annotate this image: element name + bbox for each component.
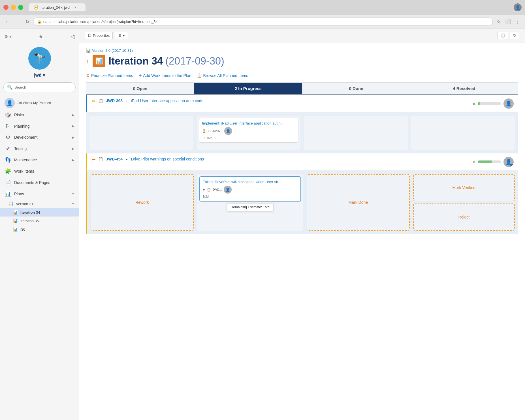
project-name[interactable]: jwd ▾ [34,72,45,78]
sidebar-collapse-button[interactable]: ◁ [71,33,74,40]
wi-progress-393 [478,102,501,105]
gear-button[interactable]: ⚙ ▾ [5,34,11,39]
wi-right-454: 1d 👤 2 [471,157,514,167]
main-content: ☑ Properties ⚙ ▾ 🕐 ↻ 📊 Version 2.0 (2017… [79,29,525,420]
sidebar-item-development-label: Development [14,135,38,140]
mark-verified-label: Mark Verified [452,185,475,190]
browse-all-link[interactable]: 📋 Browse All Planned Items [197,73,248,78]
kanban-area-1: Implement: iPad User Interface applicati… [86,112,518,153]
prioritize-link[interactable]: ⚙ Prioritize Planned Items [86,73,133,78]
mark-verified-drop-zone[interactable]: Mark Verified [413,174,515,201]
page-title: Iteration 34 (2017-09-30) [108,55,224,67]
wi-progress-bar-454 [478,160,492,163]
sidebar-item-plans[interactable]: 📊 Plans ▼ [0,188,79,200]
refresh-button[interactable]: ↻ [24,18,31,25]
properties-icon: ☑ [88,33,91,38]
browser-chrome: 🧭 Iteration_34 < jwd ✕ 👤 ← → ↻ 🔒 ea-late… [0,0,525,29]
iteration34-chart-icon: 📊 [12,210,18,215]
sidebar-item-development[interactable]: ⚙ Development ▶ [0,132,79,143]
properties-button[interactable]: ☑ Properties [85,32,113,39]
sidebar-item-iteration34[interactable]: 📊 Iteration 34 [0,208,79,217]
tab-in-progress[interactable]: 2 In Progress [194,82,302,95]
action-bar: ⚙ Prioritize Planned Items + Add Work It… [86,69,518,82]
tab-bar: 🧭 Iteration_34 < jwd ✕ [29,3,511,11]
kanban-card-1[interactable]: Implement: iPad User Interface applicati… [199,118,298,143]
sidebar-item-version2[interactable]: 📊 Version 2.0 ▼ [0,200,79,208]
checkbox-icon: ☑ [208,129,211,133]
list-icon: 📋 [197,73,202,78]
expand-icon-2: ▶ [72,125,74,128]
kanban-col-resolved [411,116,515,150]
wi-id-393[interactable]: JWD-393 [106,98,123,103]
bookmark-button[interactable]: ☆ [495,18,502,25]
sidebar-item-workitems[interactable]: 🧩 Work Items [0,166,79,177]
tab-close-icon[interactable]: ✕ [74,6,77,9]
profile-icon[interactable]: 👤 [514,3,522,11]
failed-card[interactable]: Failed: DrivePilot will disengage when U… [199,176,301,202]
page-title-row: ↑ 📊 Iteration 34 (2017-09-30) [86,55,518,67]
extensions-button[interactable]: ⬜ [503,18,513,25]
settings-button[interactable]: ⚙ ▾ [115,32,128,39]
tab-icon: 🧭 [33,5,38,10]
search-input[interactable] [14,85,72,89]
tab-resolved[interactable]: 4 Resolved [410,82,518,95]
wi-id-454[interactable]: JWD-454 [106,157,123,161]
maximize-button[interactable] [18,5,23,10]
history-button[interactable]: 🕐 [498,32,508,39]
pencil-icon: ✏ [92,98,95,104]
version-text: Version 2.0 (2017-10-31) [92,48,133,53]
sidebar-item-planning[interactable]: 🏳 Planning ▶ [0,121,79,132]
work-item-jwd454: ⬅ 📋 JWD-454 - Drive Pilot warnings on sp… [86,153,518,171]
sidebar: ⚙ ▾ ★ ◁ 🔭 jwd ▾ 🔍 👤 Jiri Walek My Polari… [0,29,79,420]
up-arrow-icon: ↑ [86,57,89,65]
user-details: Jiri Walek My Polarion [18,101,51,105]
expand-icon-5: ▶ [72,158,74,162]
address-bar[interactable]: 🔒 ea-latest.labs.polarion.com/polarion/#… [33,18,493,26]
kanban-card-1-time: 13 1/2d [202,136,295,140]
sidebar-item-maintenance[interactable]: 👣 Maintenance ▶ [0,154,79,166]
sidebar-item-risks[interactable]: 🎲 Risks ▶ [0,109,79,121]
rework-drop-zone[interactable]: Rework [91,174,194,231]
minimize-button[interactable] [11,5,16,10]
work-item-jwd393: ✏ 📋 JWD-393 - iPad User Interface applic… [86,95,518,112]
settings-icon: ⚙ [118,33,121,38]
username: Jiri Walek [18,101,32,105]
kanban-col-done [304,116,408,150]
sidebar-item-testing[interactable]: ✔ Testing ▶ [0,143,79,154]
sidebar-item-documents-label: Documents & Pages [14,180,50,185]
sidebar-item-iteration35[interactable]: 📊 Iteration 35 [0,217,79,225]
close-button[interactable] [3,5,8,10]
main-toolbar: ☑ Properties ⚙ ▾ 🕐 ↻ [79,29,525,42]
wi-title-393[interactable]: iPad User Interface application auth cod… [131,98,203,103]
tab-open[interactable]: 0 Open [86,82,194,95]
failed-arrow-icon: ⬅ [203,188,205,192]
version-link[interactable]: 📊 Version 2.0 (2017-10-31) [86,48,518,53]
failed-avatar: 👤 [224,186,232,194]
star-icon[interactable]: ★ [39,33,43,40]
tab-done[interactable]: 0 Done [302,82,410,95]
search-box[interactable]: 🔍 [3,82,76,92]
forward-button[interactable]: → [14,18,22,25]
expand-icon-6: ▼ [72,192,74,196]
back-button[interactable]: ← [3,18,11,25]
browser-tab[interactable]: 🧭 Iteration_34 < jwd ✕ [29,3,86,11]
settings-dropdown-icon: ▾ [123,33,125,38]
wi-title-454[interactable]: Drive Pilot warnings on special conditio… [131,157,204,161]
menu-button[interactable]: ⋮ [514,18,522,25]
kanban-area-2: Rework Failed: DrivePilot will disengage… [86,171,518,234]
mark-done-drop-zone[interactable]: Mark Done [307,174,410,231]
wi-progress-454 [478,160,501,163]
add-work-items-link[interactable]: + Add Work Items to the Plan [139,72,191,78]
mark-done-label: Mark Done [349,200,368,205]
main-body: 📊 Version 2.0 (2017-10-31) ↑ 📊 Iteration… [79,42,525,420]
plus-icon: + [139,72,142,78]
reject-drop-zone[interactable]: Reject [413,203,515,231]
hourglass-icon: ⏳ [202,129,206,133]
risks-icon: 🎲 [5,112,11,118]
iteration35-chart-icon: 📊 [12,218,18,223]
sidebar-item-documents[interactable]: 📄 Documents & Pages [0,177,79,188]
refresh-main-button[interactable]: ↻ [510,32,519,39]
project-avatar-section: 🔭 jwd ▾ [0,44,79,82]
sidebar-item-i36[interactable]: 📊 i36 [0,225,79,233]
kanban-card-1-title: Implement: iPad User Interface applicati… [202,121,295,125]
